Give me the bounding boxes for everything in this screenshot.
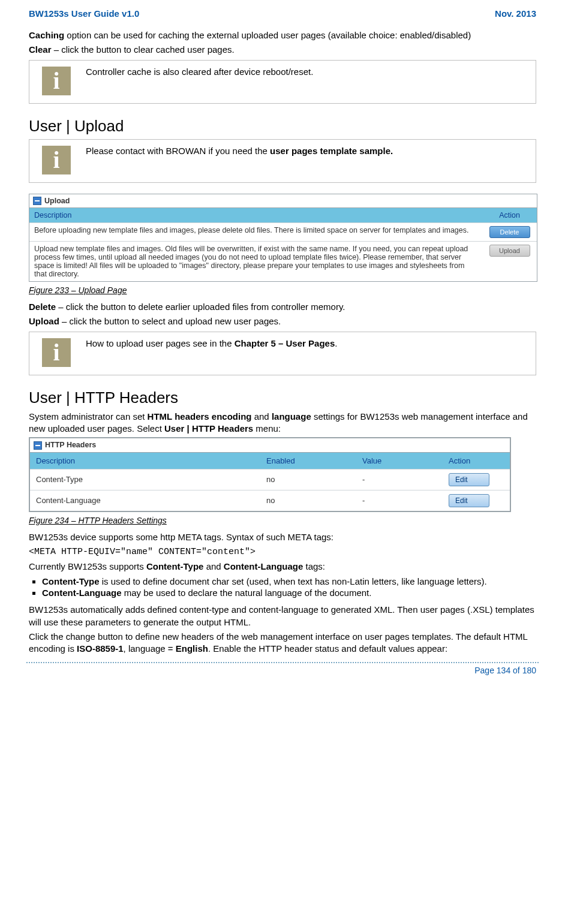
- upload-panel-title: Upload: [29, 194, 537, 209]
- cell-value: -: [356, 490, 443, 511]
- upload-panel-title-text: Upload: [44, 197, 70, 205]
- t: Content-Language: [224, 561, 303, 571]
- t: and: [252, 411, 272, 422]
- info-icon: [42, 67, 71, 95]
- table-row: Content-Type no - Edit: [30, 469, 510, 490]
- info-icon: [42, 338, 71, 367]
- http-intro-paragraph: System administrator can set HTML header…: [29, 411, 536, 435]
- delete-label: Delete: [29, 302, 56, 312]
- panel-icon: [33, 197, 41, 205]
- cell-desc: Content-Language: [30, 490, 260, 511]
- t: User | HTTP Headers: [164, 423, 253, 434]
- howto-prefix: How to upload user pages see in the: [86, 338, 235, 348]
- http-table-header: Description Enabled Value Action: [30, 453, 510, 469]
- upload-paragraph: Upload – click the button to select and …: [29, 315, 536, 327]
- figure-caption-upload: Figure 233 – Upload Page: [29, 285, 536, 295]
- info-text: Controller cache is also cleared after d…: [83, 60, 536, 103]
- col-value: Value: [356, 453, 443, 469]
- http-panel-title: HTTP Headers: [30, 438, 510, 453]
- caching-paragraph: Caching option can be used for caching t…: [29, 29, 536, 41]
- table-row: Upload new template files and images. Ol…: [29, 242, 537, 282]
- caching-label: Caching: [29, 30, 64, 40]
- auto-paragraph: BW1253s automatically adds defined conte…: [29, 604, 536, 628]
- cell-enabled: no: [260, 469, 356, 490]
- upload-panel: Upload Description Action Before uploadi…: [29, 194, 537, 282]
- info-text: Please contact with BROWAN if you need t…: [83, 139, 536, 182]
- upload-label: Upload: [29, 316, 59, 326]
- li-bold: Content-Type: [42, 576, 100, 586]
- t: Content-Type: [146, 561, 204, 571]
- info-prefix: Please contact with BROWAN if you need t…: [86, 146, 270, 156]
- t: tags:: [303, 561, 325, 571]
- panel-icon: [34, 441, 42, 450]
- info-box-howto: How to upload user pages see in the Chap…: [29, 332, 536, 375]
- t: HTML headers encoding: [148, 411, 252, 422]
- li-bold: Content-Language: [42, 588, 122, 598]
- figure-caption-http: Figure 234 – HTTP Headers Settings: [29, 516, 536, 525]
- t: Currently BW1253s supports: [29, 561, 146, 571]
- cell-value: -: [356, 469, 443, 490]
- clear-label: Clear: [29, 44, 52, 55]
- upload-table: Description Action Before uploading new …: [29, 208, 537, 281]
- final-paragraph: Click the change button to define new he…: [29, 631, 536, 655]
- t: , language =: [124, 643, 176, 654]
- edit-button[interactable]: Edit: [449, 494, 489, 507]
- t: ISO-8859-1: [77, 643, 124, 654]
- upload-row2-desc: Upload new template files and images. Ol…: [29, 242, 482, 282]
- clear-desc: – click the button to clear cached user …: [52, 44, 235, 55]
- http-panel-title-text: HTTP Headers: [45, 441, 96, 449]
- col-action: Action: [443, 453, 510, 469]
- col-description: Description: [30, 453, 260, 469]
- col-enabled: Enabled: [260, 453, 356, 469]
- doc-title: BW1253s User Guide v1.0: [29, 8, 139, 19]
- upload-table-header: Description Action: [29, 208, 537, 223]
- table-row: Before uploading new template files and …: [29, 223, 537, 242]
- cell-enabled: no: [260, 490, 356, 511]
- footer-separator: [26, 662, 539, 663]
- col-action: Action: [482, 208, 537, 223]
- list-item: Content-Type is used to define document …: [42, 576, 536, 586]
- howto-suffix: .: [335, 338, 337, 348]
- upload-desc: – click the button to select and upload …: [59, 316, 281, 326]
- page-number: Page 134 of 180: [29, 666, 536, 675]
- meta-intro: BW1253s device supports some http META t…: [29, 531, 536, 543]
- delete-button[interactable]: Delete: [489, 226, 530, 238]
- delete-desc: – click the button to delete earlier upl…: [56, 302, 345, 312]
- li-text: may be used to declare the natural langu…: [122, 588, 372, 598]
- t: System administrator can set: [29, 411, 148, 422]
- http-headers-table: Description Enabled Value Action Content…: [30, 453, 510, 511]
- info-text: How to upload user pages see in the Chap…: [83, 332, 536, 375]
- upload-button[interactable]: Upload: [489, 245, 530, 257]
- meta-code-sample: <META HTTP-EQUIV="name" CONTENT="content…: [29, 547, 536, 557]
- t: English: [176, 643, 208, 654]
- info-box-cache: Controller cache is also cleared after d…: [29, 60, 536, 104]
- edit-button[interactable]: Edit: [449, 473, 489, 486]
- heading-user-upload: User | Upload: [29, 117, 536, 136]
- clear-paragraph: Clear – click the button to clear cached…: [29, 44, 536, 56]
- supports-paragraph: Currently BW1253s supports Content-Type …: [29, 561, 536, 573]
- heading-http-headers: User | HTTP Headers: [29, 389, 536, 407]
- page-header: BW1253s User Guide v1.0 Nov. 2013: [29, 8, 536, 19]
- info-box-upload-contact: Please contact with BROWAN if you need t…: [29, 139, 536, 183]
- t: . Enable the HTTP header status and defa…: [208, 643, 447, 654]
- list-item: Content-Language may be used to declare …: [42, 588, 536, 598]
- doc-date: Nov. 2013: [495, 8, 536, 19]
- table-row: Content-Language no - Edit: [30, 490, 510, 511]
- col-description: Description: [29, 208, 482, 223]
- howto-bold: Chapter 5 – User Pages: [235, 338, 335, 348]
- content-tags-list: Content-Type is used to define document …: [42, 576, 536, 598]
- info-bold: user pages template sample.: [270, 146, 393, 156]
- http-headers-panel: HTTP Headers Description Enabled Value A…: [29, 437, 511, 512]
- info-icon: [42, 146, 71, 174]
- delete-paragraph: Delete – click the button to delete earl…: [29, 301, 536, 313]
- li-text: is used to define document char set (use…: [100, 576, 487, 586]
- cell-desc: Content-Type: [30, 469, 260, 490]
- t: language: [272, 411, 311, 422]
- t: menu:: [253, 423, 281, 434]
- t: and: [203, 561, 223, 571]
- caching-desc: option can be used for caching the exter…: [64, 30, 471, 40]
- upload-row1-desc: Before uploading new template files and …: [29, 223, 482, 242]
